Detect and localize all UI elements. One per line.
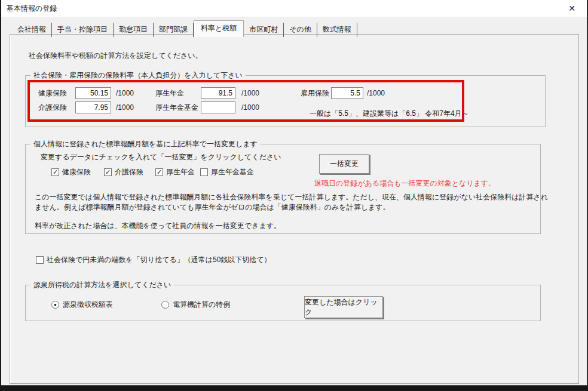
employment-insurance-rate-input[interactable] — [331, 87, 363, 99]
retirement-warning-text: 退職日の登録がある場合も一括変更の対象となります。 — [314, 178, 495, 189]
dialog-window: 基本情報の登録 ✕ 会社情報 手当・控除項目 勤怠項目 部門部課 料率と税額 市… — [1, 0, 587, 386]
checkbox-nursing-insurance[interactable]: ✓ 介護保険 — [104, 167, 143, 177]
radio-computer-calculation[interactable]: 電算機計算の特例 — [161, 300, 230, 310]
health-insurance-label: 健康保険 — [38, 87, 67, 99]
radio-icon[interactable] — [161, 301, 169, 309]
tab-municipality[interactable]: 市区町村 — [244, 23, 284, 37]
description-line-1: この一括変更では個人情報で登録された標準報酬月額に各社会保険料率を乗じて一括計算… — [35, 192, 549, 202]
tab-other[interactable]: その他 — [284, 23, 317, 37]
radio-withholding-tax-table[interactable]: ● 源泉徴収税額表 — [51, 300, 113, 310]
nursing-insurance-label: 介護保険 — [38, 101, 67, 113]
checkbox-icon[interactable]: ✓ — [155, 168, 163, 176]
employment-insurance-note: 一般は「5.5」、建設業等は「6.5」 令和7年4月～ — [310, 109, 469, 119]
tab-departments[interactable]: 部門部課 — [154, 23, 194, 37]
bulk-update-description: この一括変更では個人情報で登録された標準報酬月額に各社会保険料率を乗じて一括計算… — [35, 192, 549, 213]
checkbox-icon[interactable] — [200, 168, 208, 176]
insurance-rates-legend: 社会保険・雇用保険の保険料率（本人負担分）を入力して下さい — [30, 70, 246, 81]
bulk-update-footer: 料率が改正された場合は、本機能を使って社員の情報を一括変更できます。 — [35, 221, 281, 231]
intro-text: 社会保険料率や税額の計算方法を設定してください。 — [29, 51, 203, 61]
tax-method-changed-button[interactable]: 変更した場合はクリック — [304, 296, 383, 318]
checkbox-label: 厚生年金 — [166, 167, 195, 177]
checkbox-icon[interactable] — [36, 256, 44, 264]
nursing-insurance-unit: /1000 — [116, 101, 134, 113]
tab-formula-info[interactable]: 数式情報 — [317, 23, 357, 37]
nursing-insurance-rate-input[interactable] — [75, 101, 111, 113]
tab-company-info[interactable]: 会社情報 — [12, 23, 52, 37]
pension-fund-label: 厚生年金基金 — [155, 101, 198, 113]
bulk-update-instruction: 変更するデータにチェックを入れて「一括変更」をクリックしてください — [41, 152, 281, 162]
pension-fund-unit: /1000 — [241, 101, 259, 113]
checkbox-health-insurance[interactable]: ✓ 健康保険 — [51, 167, 91, 177]
pension-fund-rate-input[interactable] — [201, 101, 235, 113]
description-line-2: ません。例えば標準報酬月額が登録されていても厚生年金がゼロの場合は「健康保険料」… — [35, 202, 549, 213]
radio-label: 源泉徴収税額表 — [63, 300, 113, 310]
bulk-update-button[interactable]: 一括変更 — [319, 154, 369, 174]
health-insurance-rate-input[interactable] — [75, 87, 111, 99]
tab-allowance-deduction[interactable]: 手当・控除項目 — [52, 23, 114, 37]
employment-insurance-unit: /1000 — [367, 87, 385, 99]
checkbox-label: 厚生年金基金 — [211, 167, 254, 177]
title-bar: 基本情報の登録 ✕ — [1, 0, 587, 17]
checkbox-icon[interactable]: ✓ — [51, 168, 59, 176]
withholding-tax-legend: 源泉所得税の計算方法を選択してください — [30, 280, 174, 290]
close-icon[interactable]: ✕ — [561, 0, 583, 17]
checkbox-round-down[interactable]: 社会保険で円未満の端数を「切り捨てる」（通常は50銭以下切捨て） — [36, 255, 271, 265]
pension-label: 厚生年金 — [155, 87, 184, 99]
health-insurance-unit: /1000 — [116, 87, 134, 99]
checkbox-label: 社会保険で円未満の端数を「切り捨てる」（通常は50銭以下切捨て） — [47, 255, 271, 265]
tab-rates-and-tax[interactable]: 料率と税額 — [194, 20, 244, 37]
tab-attendance[interactable]: 勤怠項目 — [114, 23, 154, 37]
radio-icon[interactable]: ● — [51, 301, 59, 309]
pension-rate-input[interactable] — [201, 87, 235, 99]
checkbox-label: 介護保険 — [115, 167, 143, 177]
checkbox-label: 健康保険 — [62, 167, 91, 177]
bulk-update-legend: 個人情報に登録された標準報酬月額を基に上記料率で一括変更します — [30, 139, 261, 149]
radio-label: 電算機計算の特例 — [173, 300, 230, 310]
pension-unit: /1000 — [241, 87, 259, 99]
checkbox-pension-fund[interactable]: 厚生年金基金 — [200, 167, 254, 177]
checkbox-pension[interactable]: ✓ 厚生年金 — [155, 167, 195, 177]
checkbox-icon[interactable]: ✓ — [104, 168, 112, 176]
employment-insurance-label: 雇用保険 — [301, 87, 329, 99]
window-title: 基本情報の登録 — [7, 4, 57, 14]
tab-strip: 会社情報 手当・控除項目 勤怠項目 部門部課 料率と税額 市区町村 その他 数式… — [12, 22, 357, 37]
